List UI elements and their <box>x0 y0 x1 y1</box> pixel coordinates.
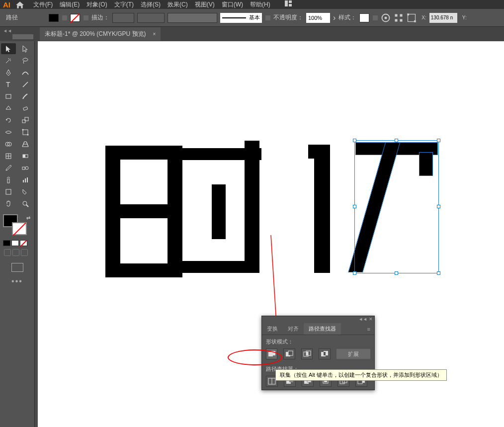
document-tab-title: 未标题-1* @ 200% (CMYK/GPU 预览) <box>45 30 146 38</box>
panel-close-icon[interactable]: ✕ <box>369 317 373 323</box>
graph-tool[interactable] <box>18 174 33 185</box>
perspective-tool[interactable] <box>18 139 33 150</box>
brush-dropdown[interactable] <box>168 13 217 23</box>
curvature-tool[interactable] <box>18 67 33 78</box>
stroke-swatch-tool[interactable] <box>12 222 27 235</box>
selection-bounding-box[interactable] <box>354 140 439 273</box>
intersect-button[interactable] <box>301 348 313 359</box>
draw-behind-icon[interactable] <box>12 249 19 256</box>
tab-align[interactable]: 对齐 <box>283 323 304 335</box>
direct-selection-tool[interactable] <box>18 43 33 54</box>
resize-handle[interactable] <box>437 271 440 275</box>
slice-tool[interactable] <box>18 186 33 197</box>
fill-color-swatch[interactable] <box>49 14 59 22</box>
resize-handle[interactable] <box>353 271 356 275</box>
menu-type[interactable]: 文字(T) <box>114 0 134 9</box>
resize-handle[interactable] <box>437 139 440 142</box>
selection-tool[interactable] <box>1 43 16 54</box>
artboard-tool[interactable] <box>1 186 16 197</box>
menu-help[interactable]: 帮助(H) <box>250 0 270 9</box>
fill-dropdown-icon[interactable] <box>62 15 67 20</box>
style-swatch[interactable] <box>359 13 369 22</box>
recolor-icon[interactable] <box>381 13 391 23</box>
menu-select[interactable]: 选择(S) <box>141 0 161 9</box>
arrange-docs-icon[interactable] <box>284 0 292 9</box>
shape-path[interactable] <box>182 261 245 273</box>
menu-edit[interactable]: 编辑(E) <box>60 0 80 9</box>
scale-tool[interactable] <box>18 115 33 126</box>
draw-inside-icon[interactable] <box>21 249 28 256</box>
shape-builder-tool[interactable] <box>1 139 16 150</box>
mini-color-swatch[interactable] <box>3 240 10 246</box>
lasso-tool[interactable] <box>18 55 33 66</box>
panel-collapse-icon[interactable]: ◄◄ <box>358 317 367 323</box>
resize-handle[interactable] <box>437 205 440 208</box>
panel-menu-icon[interactable]: ≡ <box>363 324 374 334</box>
rotate-tool[interactable] <box>1 115 16 126</box>
artboard[interactable]: ◄◄ ✕ 变换 对齐 路径查找器 ≡ 形状模式： 扩展 路径查找器： <box>38 41 504 427</box>
rectangle-tool[interactable] <box>1 91 16 102</box>
svg-rect-8 <box>400 19 403 21</box>
pen-tool[interactable] <box>1 67 16 78</box>
swap-fill-stroke-icon[interactable]: ⇄ <box>26 215 30 221</box>
tab-pathfinder[interactable]: 路径查找器 <box>304 323 341 335</box>
mini-none-swatch[interactable] <box>20 240 27 246</box>
expand-button[interactable]: 扩展 <box>336 349 370 359</box>
resize-handle[interactable] <box>353 205 356 208</box>
collapse-panels-icon[interactable]: ◄◄ <box>3 28 12 33</box>
menu-effect[interactable]: 效果(C) <box>168 0 188 9</box>
exclude-button[interactable] <box>319 348 330 359</box>
menu-window[interactable]: 窗口(W) <box>222 0 243 9</box>
opacity-input[interactable]: 100% <box>306 13 330 23</box>
align-icon[interactable] <box>394 13 404 23</box>
transform-icon[interactable] <box>407 13 417 23</box>
screen-mode-icon[interactable] <box>11 263 23 272</box>
symbol-sprayer-tool[interactable] <box>1 174 16 185</box>
shape-path[interactable] <box>105 146 182 277</box>
tab-transform[interactable]: 变换 <box>262 323 283 335</box>
brush-definition-dropdown[interactable]: 基本 <box>220 13 262 23</box>
close-tab-icon[interactable]: × <box>153 31 156 37</box>
paintbrush-tool[interactable] <box>18 91 33 102</box>
minus-front-button[interactable] <box>283 348 295 359</box>
variable-width-dropdown[interactable] <box>137 13 165 23</box>
zoom-tool[interactable] <box>18 198 33 209</box>
shape-path[interactable] <box>212 184 226 239</box>
gradient-tool[interactable] <box>18 151 33 162</box>
blend-tool[interactable] <box>18 163 33 173</box>
stroke-weight-input[interactable] <box>112 13 134 23</box>
unite-button[interactable] <box>266 348 277 359</box>
resize-handle[interactable] <box>395 139 398 142</box>
resize-handle[interactable] <box>395 271 398 275</box>
svg-rect-7 <box>400 14 403 16</box>
edit-toolbar-icon[interactable]: ••• <box>1 277 33 286</box>
brush-dd-icon[interactable] <box>265 15 270 20</box>
opacity-arrow-icon[interactable]: › <box>333 13 336 22</box>
style-dd-icon[interactable] <box>373 15 378 20</box>
svg-rect-0 <box>285 0 288 6</box>
line-tool[interactable] <box>18 79 33 90</box>
type-tool[interactable]: T <box>1 79 16 90</box>
stroke-dropdown-icon[interactable] <box>84 15 88 20</box>
width-tool[interactable] <box>1 127 16 138</box>
menu-object[interactable]: 对象(O) <box>86 0 107 9</box>
svg-rect-42 <box>271 351 275 355</box>
menu-view[interactable]: 视图(V) <box>195 0 215 9</box>
magic-wand-tool[interactable] <box>1 55 16 66</box>
eraser-tool[interactable] <box>18 103 33 114</box>
draw-normal-icon[interactable] <box>4 249 11 256</box>
hand-tool[interactable] <box>1 198 16 209</box>
home-icon[interactable] <box>15 1 24 8</box>
mini-gradient-swatch[interactable] <box>11 240 19 246</box>
document-tab[interactable]: 未标题-1* @ 200% (CMYK/GPU 预览) × <box>40 27 161 41</box>
mesh-tool[interactable] <box>1 151 16 162</box>
stroke-color-swatch[interactable] <box>70 14 80 22</box>
shape-path[interactable] <box>245 141 259 273</box>
x-coord-input[interactable]: 130.678 n <box>429 13 457 23</box>
free-transform-tool[interactable] <box>18 127 33 138</box>
shaper-tool[interactable] <box>1 103 16 114</box>
resize-handle[interactable] <box>353 139 356 142</box>
shape-path[interactable] <box>314 145 330 273</box>
menu-file[interactable]: 文件(F) <box>33 0 53 9</box>
eyedropper-tool[interactable] <box>1 163 16 173</box>
